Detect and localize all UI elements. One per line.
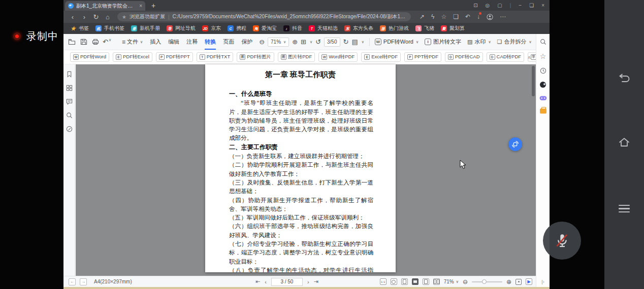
menu-item[interactable]: 注释 [183,34,201,50]
convert-button[interactable]: 图 PDF转图片 [237,52,274,62]
read-mode-icon[interactable] [412,278,418,285]
capture-icon[interactable]: ⊡ [473,3,477,8]
address-field[interactable]: ★ 浏览器功能扩展 | C:/Users/29759/Documents/WeC… [117,12,411,21]
actual-size-icon[interactable]: 1:1 [380,278,387,285]
close-button[interactable]: × [541,3,544,8]
last-page-icon[interactable]: ⇥ [314,278,318,285]
side-games-icon[interactable] [539,95,547,101]
two-page-icon[interactable] [433,278,440,285]
document-viewport[interactable]: 第一章 班导工作职责 一、什么是班导 “班导”即班主任助理，是新生了解学校的重要… [76,64,536,276]
page-number-input[interactable] [271,278,303,286]
status-prev-page-icon[interactable]: ← [69,278,76,285]
bookmark-item[interactable]: C 携程 [228,25,246,32]
fit-window-icon[interactable] [391,278,397,285]
save-icon[interactable] [79,39,88,45]
side-history-icon[interactable] [540,67,546,74]
next-page-icon[interactable]: ↻ [343,38,349,46]
status-zoom-out-icon[interactable]: ⊖ [463,278,468,285]
menu-item[interactable]: 编辑 [165,34,183,50]
bookmark-item[interactable]: T 天猫精选 [309,25,338,32]
bookmark-item[interactable]: 机 手机书签 [95,25,124,32]
fullscreen-icon[interactable] [516,279,522,285]
slideshow-button[interactable]: ▶ [526,278,532,285]
undo-icon[interactable]: ↶∨ [103,38,111,46]
menu-item[interactable]: 页面 [219,34,238,50]
fit-width-icon[interactable] [401,278,408,285]
convert-button[interactable]: E PDF转Excel [113,52,152,62]
bookmark-item[interactable]: 游 热门游戏 [380,25,409,32]
new-tab-button[interactable]: + [151,2,155,9]
zoom-slider[interactable] [472,281,502,282]
view-mode-icon[interactable]: ▤ [351,38,358,46]
reader-page-icon[interactable]: ❏ [453,13,459,20]
first-page-icon[interactable]: ⇤ [255,278,260,285]
favorite-star-icon[interactable]: ☆ [441,13,446,20]
bookmark-item[interactable]: 淘 爱淘宝 [253,25,277,32]
bookmark-item[interactable]: 飞 飞猪 [415,25,434,32]
download-icon[interactable]: ↓ [477,13,480,20]
convert-button[interactable]: P PPT转PDF [404,52,441,62]
bookmark-item[interactable]: ♪ 抖音 [283,25,302,32]
floating-convert-button[interactable] [508,137,522,151]
convert-button[interactable]: 图 图片转PDF [278,52,315,62]
more-menu-icon[interactable]: ⋯ [500,13,506,20]
refresh-button[interactable]: ↻ [92,14,100,20]
phone-home-icon[interactable] [618,137,630,148]
bookmark-item[interactable]: 导 网址导航 [167,25,196,32]
share-icon[interactable]: ↗ [420,13,425,20]
menu-item[interactable]: 保护 [238,34,256,50]
menu-item[interactable]: ≡ 文件 ∨ [118,34,146,50]
lightning-icon[interactable]: ϟ [431,13,434,20]
phone-menu-icon[interactable] [619,203,630,214]
convert-button[interactable]: D PDF转CAD [445,52,483,62]
vertical-scrollbar-thumb[interactable] [532,66,535,96]
tool-button[interactable]: W PDF转Word ∨ [375,38,418,46]
menu-item[interactable]: 插入 [146,34,165,50]
back-button[interactable]: ‹ [69,14,77,20]
zoom-slider-knob[interactable] [482,279,487,284]
single-page-icon[interactable] [423,278,429,285]
bookmark-panel-icon[interactable] [66,71,73,78]
side-search-icon[interactable] [540,39,546,45]
side-toolbox-icon[interactable] [540,109,546,114]
collapse-bar-icon[interactable]: ∧ [527,55,531,60]
fit-page-icon[interactable]: ⊞ [301,38,306,46]
convert-button[interactable]: P PDF转PPT [156,52,193,62]
sidebar-expander-icon[interactable]: |› [541,279,544,284]
convert-button[interactable]: W PDF转Word [70,52,109,62]
tool-button[interactable]: ❏ 合并拆分 ∨ [497,38,532,46]
next-page-icon[interactable]: › [307,279,309,285]
bookmark-item[interactable]: 聚 聚划算 [441,25,465,32]
zoom-select[interactable]: 71% ∨ [268,38,289,47]
print-icon[interactable] [91,39,100,45]
thumbnails-panel-icon[interactable] [66,85,73,91]
bookmark-item[interactable]: JD 京东 [202,25,221,32]
bookmark-item[interactable]: 册 新机手册 [131,25,160,32]
forward-button[interactable]: › [80,14,88,20]
tool-button[interactable]: I 图片转文字 [425,38,461,46]
sign-panel-icon[interactable] [66,126,73,132]
zoom-out-icon[interactable]: ⊖ [259,38,265,46]
bookmark-item[interactable]: 东 东方头条 [344,25,373,32]
zoom-percent-select[interactable]: 71%∨ [444,279,459,284]
convert-button[interactable]: W Word转PDF [318,52,358,62]
tab-close-icon[interactable]: × [139,3,142,9]
phone-back-icon[interactable] [618,74,631,82]
browser-tab[interactable]: 副本1_北京物资学院会计学院班导工作手册 × [65,1,145,11]
history-undo-icon[interactable]: ↶ [465,13,470,20]
restore-button[interactable]: ❏ [529,3,534,8]
side-plugin-icon[interactable] [540,82,546,88]
status-zoom-in-icon[interactable]: ⊕ [506,278,511,285]
avatar-icon[interactable] [487,14,493,20]
headset-icon[interactable]: ◎ [486,3,490,8]
prev-page-icon[interactable]: ‹ [265,279,267,285]
side-favorites-icon[interactable]: ☆ [540,53,546,60]
open-file-icon[interactable] [68,39,76,45]
bookmark-item[interactable]: ★ 书签 [70,25,89,32]
page-number-box[interactable]: 3/50 [324,38,340,47]
minimize-button[interactable]: − [519,3,522,8]
comments-panel-icon[interactable] [66,98,73,105]
previous-page-icon[interactable]: ↺ [315,38,321,46]
menu-item[interactable]: 转换 [201,34,219,50]
convert-button[interactable]: D CAD转PDF [487,52,525,62]
